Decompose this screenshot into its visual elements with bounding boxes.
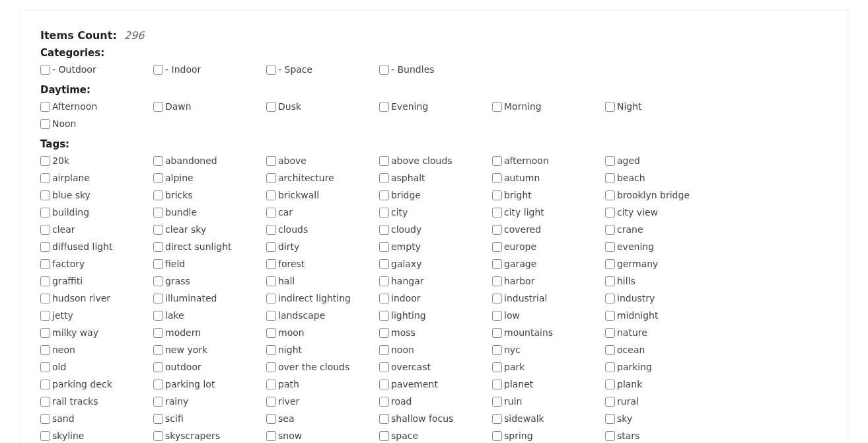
daytime-checkbox-evening[interactable] [379, 102, 389, 112]
tags-checkbox-afternoon[interactable] [492, 156, 502, 166]
tags-checkbox-direct-sunlight[interactable] [153, 242, 163, 252]
tags-checkbox-mountains[interactable] [492, 328, 502, 338]
tags-checkbox-snow[interactable] [266, 431, 276, 441]
tags-checkbox-path[interactable] [266, 380, 276, 389]
tags-checkbox-evening[interactable] [605, 242, 615, 252]
tags-checkbox-car[interactable] [266, 208, 276, 218]
tags-checkbox-industrial[interactable] [492, 294, 502, 303]
tags-checkbox-bricks[interactable] [153, 190, 163, 200]
tags-checkbox-modern[interactable] [153, 328, 163, 338]
tags-checkbox-overcast[interactable] [379, 362, 389, 372]
tags-checkbox-sidewalk[interactable] [492, 414, 502, 424]
tags-checkbox-parking-deck[interactable] [40, 380, 50, 389]
tags-checkbox-city[interactable] [379, 208, 389, 218]
tags-checkbox-diffused-light[interactable] [40, 242, 50, 252]
tags-checkbox-indoor[interactable] [379, 294, 389, 303]
tags-checkbox-galaxy[interactable] [379, 259, 389, 269]
tags-checkbox-bright[interactable] [492, 190, 502, 200]
tags-checkbox-nature[interactable] [605, 328, 615, 338]
tags-checkbox-city-light[interactable] [492, 208, 502, 218]
tags-checkbox-industry[interactable] [605, 294, 615, 303]
tags-checkbox-cloudy[interactable] [379, 225, 389, 235]
tags-checkbox-airplane[interactable] [40, 173, 50, 183]
tags-checkbox-sea[interactable] [266, 414, 276, 424]
tags-checkbox-lake[interactable] [153, 311, 163, 321]
tags-checkbox-forest[interactable] [266, 259, 276, 269]
tags-checkbox-dirty[interactable] [266, 242, 276, 252]
tags-checkbox-neon[interactable] [40, 345, 50, 355]
tags-checkbox-architecture[interactable] [266, 173, 276, 183]
daytime-checkbox-noon[interactable] [40, 119, 50, 129]
tags-checkbox-midnight[interactable] [605, 311, 615, 321]
tags-checkbox-harbor[interactable] [492, 276, 502, 286]
tags-checkbox-empty[interactable] [379, 242, 389, 252]
tags-checkbox-rail-tracks[interactable] [40, 397, 50, 407]
tags-checkbox-20k[interactable] [40, 156, 50, 166]
tags-checkbox-bridge[interactable] [379, 190, 389, 200]
tags-checkbox-clouds[interactable] [266, 225, 276, 235]
categories-checkbox-indoor[interactable] [153, 65, 163, 75]
tags-checkbox-outdoor[interactable] [153, 362, 163, 372]
categories-checkbox-space[interactable] [266, 65, 276, 75]
tags-checkbox-sand[interactable] [40, 414, 50, 424]
categories-checkbox-bundles[interactable] [379, 65, 389, 75]
tags-checkbox-scifi[interactable] [153, 414, 163, 424]
tags-checkbox-skyline[interactable] [40, 431, 50, 441]
tags-checkbox-nyc[interactable] [492, 345, 502, 355]
tags-checkbox-hall[interactable] [266, 276, 276, 286]
tags-checkbox-road[interactable] [379, 397, 389, 407]
tags-checkbox-night[interactable] [266, 345, 276, 355]
tags-checkbox-rainy[interactable] [153, 397, 163, 407]
tags-checkbox-moss[interactable] [379, 328, 389, 338]
tags-checkbox-asphalt[interactable] [379, 173, 389, 183]
tags-checkbox-old[interactable] [40, 362, 50, 372]
tags-checkbox-planet[interactable] [492, 380, 502, 389]
tags-checkbox-shallow-focus[interactable] [379, 414, 389, 424]
tags-checkbox-covered[interactable] [492, 225, 502, 235]
tags-checkbox-grass[interactable] [153, 276, 163, 286]
tags-checkbox-milky-way[interactable] [40, 328, 50, 338]
tags-checkbox-hangar[interactable] [379, 276, 389, 286]
tags-checkbox-alpine[interactable] [153, 173, 163, 183]
tags-checkbox-autumn[interactable] [492, 173, 502, 183]
tags-checkbox-illuminated[interactable] [153, 294, 163, 303]
tags-checkbox-crane[interactable] [605, 225, 615, 235]
tags-checkbox-park[interactable] [492, 362, 502, 372]
tags-checkbox-ocean[interactable] [605, 345, 615, 355]
tags-checkbox-jetty[interactable] [40, 311, 50, 321]
tags-checkbox-spring[interactable] [492, 431, 502, 441]
tags-checkbox-pavement[interactable] [379, 380, 389, 389]
tags-checkbox-low[interactable] [492, 311, 502, 321]
tags-checkbox-hills[interactable] [605, 276, 615, 286]
tags-checkbox-blue-sky[interactable] [40, 190, 50, 200]
tags-checkbox-brooklyn-bridge[interactable] [605, 190, 615, 200]
tags-checkbox-skyscrapers[interactable] [153, 431, 163, 441]
tags-checkbox-space[interactable] [379, 431, 389, 441]
tags-checkbox-noon[interactable] [379, 345, 389, 355]
tags-checkbox-aged[interactable] [605, 156, 615, 166]
categories-checkbox-outdoor[interactable] [40, 65, 50, 75]
tags-checkbox-clear[interactable] [40, 225, 50, 235]
tags-checkbox-new-york[interactable] [153, 345, 163, 355]
daytime-checkbox-morning[interactable] [492, 102, 502, 112]
tags-checkbox-landscape[interactable] [266, 311, 276, 321]
tags-checkbox-germany[interactable] [605, 259, 615, 269]
daytime-checkbox-dusk[interactable] [266, 102, 276, 112]
tags-checkbox-city-view[interactable] [605, 208, 615, 218]
tags-checkbox-plank[interactable] [605, 380, 615, 389]
tags-checkbox-hudson-river[interactable] [40, 294, 50, 303]
tags-checkbox-bundle[interactable] [153, 208, 163, 218]
tags-checkbox-rural[interactable] [605, 397, 615, 407]
tags-checkbox-above[interactable] [266, 156, 276, 166]
tags-checkbox-beach[interactable] [605, 173, 615, 183]
tags-checkbox-factory[interactable] [40, 259, 50, 269]
tags-checkbox-brickwall[interactable] [266, 190, 276, 200]
tags-checkbox-europe[interactable] [492, 242, 502, 252]
tags-checkbox-river[interactable] [266, 397, 276, 407]
tags-checkbox-moon[interactable] [266, 328, 276, 338]
tags-checkbox-building[interactable] [40, 208, 50, 218]
tags-checkbox-ruin[interactable] [492, 397, 502, 407]
tags-checkbox-indirect-lighting[interactable] [266, 294, 276, 303]
tags-checkbox-field[interactable] [153, 259, 163, 269]
tags-checkbox-graffiti[interactable] [40, 276, 50, 286]
